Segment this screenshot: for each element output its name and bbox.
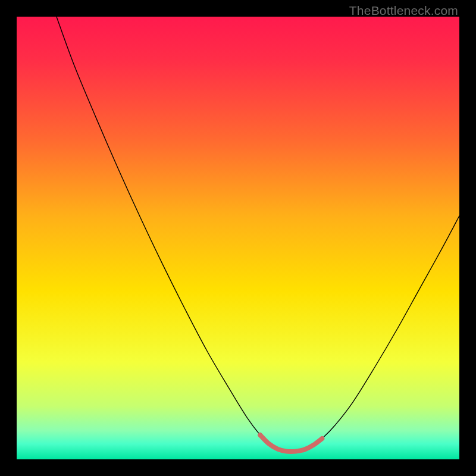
plot-area <box>17 17 459 459</box>
bottleneck-curve <box>57 17 459 452</box>
watermark-text: TheBottleneck.com <box>349 4 458 18</box>
curves-layer <box>17 17 459 459</box>
chart-frame: TheBottleneck.com <box>0 0 476 476</box>
highlight-band <box>260 435 322 452</box>
